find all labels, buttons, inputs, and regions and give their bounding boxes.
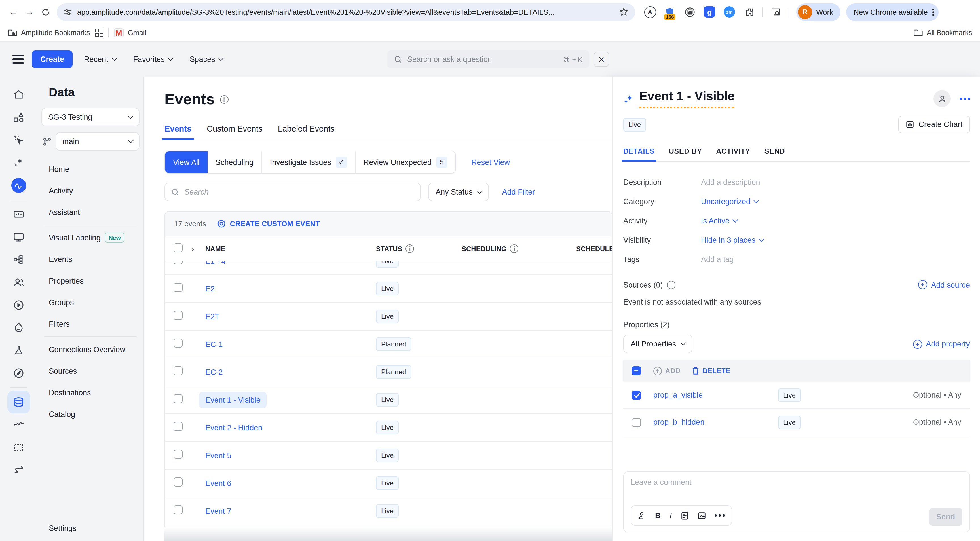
info-icon[interactable]: i [406,244,414,253]
sidebar-item-settings[interactable]: Settings [37,515,143,541]
create-button[interactable]: Create [32,51,73,68]
apps-grid-icon[interactable] [95,29,103,37]
field-placeholder[interactable]: Add a description [701,178,760,186]
sidebar-item-properties[interactable]: Properties [37,270,143,291]
table-row[interactable]: Event 6Live [165,469,612,497]
recent-menu[interactable]: Recent [84,55,116,64]
extensions-puzzle-icon[interactable] [742,5,756,19]
all-bookmarks[interactable]: All Bookmarks [914,29,972,37]
bookmark-folder[interactable]: Amplitude Bookmarks [8,29,90,37]
info-icon[interactable]: i [220,95,228,104]
detail-tab-details[interactable]: DETAILS [623,148,655,161]
row-checkbox[interactable] [173,394,183,403]
row-checkbox[interactable] [173,450,183,459]
row-checkbox[interactable] [173,477,183,487]
bulk-add-button[interactable]: +ADD [653,367,681,375]
global-search-input[interactable]: Search or ask a question ⌘ + K [387,51,589,68]
expand-all-icon[interactable]: › [192,245,205,253]
italic-icon[interactable]: I [669,511,672,520]
row-checkbox[interactable] [173,283,183,292]
row-checkbox[interactable] [173,311,183,320]
extension-zoom-icon[interactable]: zm [722,5,736,19]
row-checkbox[interactable] [173,505,183,514]
field-value-dropdown[interactable]: Is Active [701,216,738,225]
create-chart-button[interactable]: Create Chart [898,116,970,133]
tab-labeled-events[interactable]: Labeled Events [278,124,335,140]
sidebar-item-groups[interactable]: Groups [37,291,143,313]
add-property-button[interactable]: +Add property [913,339,970,348]
rail-dashboard-icon[interactable] [7,203,30,226]
bookmark-gmail[interactable]: M Gmail [114,28,146,37]
event-name-link[interactable]: Event 2 - Hidden [205,423,262,432]
rail-signals-icon[interactable] [7,414,30,436]
rail-amplitude-logo[interactable] [7,174,30,197]
comment-box[interactable]: Leave a comment B I Send [623,471,970,533]
image-icon[interactable] [698,511,706,520]
sidebar-item-assistant[interactable]: Assistant [37,201,143,223]
extension-a-icon[interactable]: A [643,5,657,19]
rail-explore-icon[interactable] [7,362,30,385]
sidebar-item-home[interactable]: Home [37,158,143,180]
table-row[interactable]: Event 7Live [165,497,612,525]
event-name-link[interactable]: E2 [205,285,215,293]
sidebar-item-sources[interactable]: Sources [37,360,143,382]
detail-tab-activity[interactable]: ACTIVITY [716,148,750,161]
segment-view-all[interactable]: View All [165,151,208,173]
event-name-link[interactable]: Event 1 - Visible [199,391,267,408]
add-source-button[interactable]: +Add source [918,280,970,289]
field-value-dropdown[interactable]: Hide in 3 places [701,235,764,244]
select-all-checkbox[interactable] [173,243,183,252]
column-name[interactable]: NAME [205,245,376,253]
url-text[interactable]: app.amplitude.com/data/amplitude/SG-3%20… [77,8,614,16]
sidebar-item-destinations[interactable]: Destinations [37,382,143,403]
extension-lock-icon[interactable] [683,5,697,19]
send-button[interactable]: Send [929,508,963,526]
code-block-icon[interactable] [681,511,689,520]
create-custom-event-button[interactable]: CREATE CUSTOM EVENT [218,220,320,228]
rail-users-icon[interactable] [7,271,30,294]
rail-home-icon[interactable] [7,83,30,106]
property-checkbox[interactable] [632,390,641,399]
spaces-menu[interactable]: Spaces [190,55,223,64]
rail-data-icon[interactable] [7,391,30,414]
event-name-link[interactable]: EC-2 [205,368,223,376]
events-search-input[interactable]: Search [164,183,421,201]
column-scheduled[interactable]: SCHEDULED [576,245,603,253]
table-row[interactable]: EC-2Planned [165,358,612,386]
segment-investigate-issues[interactable]: Investigate Issues✓ [262,151,356,173]
sidebar-item-events[interactable]: Events [37,248,143,270]
bulk-select-checkbox[interactable] [632,366,641,376]
info-icon[interactable]: i [667,280,675,289]
back-button[interactable]: ← [6,4,22,20]
event-name-link[interactable]: Event 7 [205,507,231,515]
all-properties-dropdown[interactable]: All Properties [623,334,693,353]
table-row[interactable]: E1 T4Live [165,261,612,275]
table-row[interactable]: E2Live [165,275,612,303]
extension-privacy-icon[interactable]: 156 [663,5,676,19]
property-name-link[interactable]: prop_b_hidden [653,418,778,426]
branch-selector[interactable]: main [56,132,140,151]
mention-person-icon[interactable] [638,511,646,520]
site-settings-icon[interactable] [64,8,72,16]
event-name-link[interactable]: E1 T4 [205,261,226,265]
info-icon[interactable]: i [510,244,519,253]
rail-monitor-icon[interactable] [7,226,30,248]
reset-view-link[interactable]: Reset View [471,158,510,166]
row-checkbox[interactable] [173,261,183,264]
browser-menu-icon[interactable] [932,8,934,16]
rail-hotspot-icon[interactable] [7,317,30,339]
row-checkbox[interactable] [173,366,183,376]
event-name-link[interactable]: E2T [205,312,220,321]
profile-chip[interactable]: R Work [796,3,840,21]
property-row[interactable]: prop_a_visibleLiveOptional • Any [623,382,970,409]
table-row[interactable]: Event 5Live [165,442,612,469]
field-value-dropdown[interactable]: Uncategorized [701,197,758,205]
bookmark-star-icon[interactable] [619,7,628,16]
detail-tab-send[interactable]: SEND [765,148,785,161]
tab-search-icon[interactable] [769,5,783,19]
project-selector[interactable]: SG-3 Testing [41,108,140,126]
bulk-delete-button[interactable]: DELETE [692,367,730,375]
rail-assistant-icon[interactable] [7,151,30,174]
property-row[interactable]: prop_b_hiddenLiveOptional • Any [623,409,970,436]
owner-avatar[interactable] [934,90,950,107]
